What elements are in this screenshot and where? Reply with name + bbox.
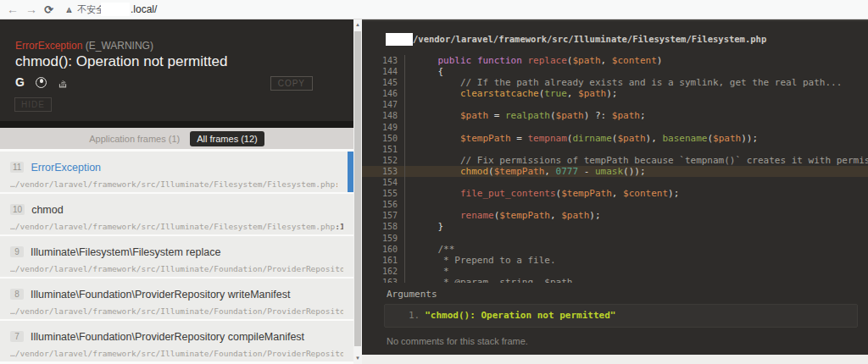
code-viewer: 143 public function replace($path, $cont… <box>362 55 868 283</box>
line-number: 160 <box>362 244 404 255</box>
code-line: 146 clearstatcache(true, $path); <box>362 88 868 99</box>
browser-toolbar: ← → ⟳ ▲! 不安全 .local/ <box>0 0 868 19</box>
stack-frame-11[interactable]: 11ErrorException…/vendor/laravel/framewo… <box>0 152 353 192</box>
stack-frames-list: 11ErrorException…/vendor/laravel/framewo… <box>0 149 353 361</box>
code-line: 147 <box>362 99 868 110</box>
path-redacted-box <box>386 33 413 46</box>
line-number: 161 <box>362 255 404 266</box>
duckduckgo-search-icon[interactable] <box>36 77 47 88</box>
line-number: 145 <box>362 77 404 88</box>
frame-title: Illuminate\Foundation\ProviderRepository… <box>31 331 304 343</box>
code-line: 160 /** <box>362 244 868 255</box>
no-comments-text: No comments for this stack frame. <box>387 336 528 346</box>
line-number: 155 <box>362 188 404 199</box>
scrollbar-up-icon[interactable]: ▲ <box>353 19 362 30</box>
frame-title: Illuminate\Foundation\ProviderRepository… <box>31 289 290 301</box>
line-number: 154 <box>362 177 404 188</box>
argument-index: 1. <box>409 310 420 321</box>
stack-frame-10[interactable]: 10chmod…/vendor/laravel/framework/src/Il… <box>0 194 353 234</box>
forward-icon[interactable]: → <box>25 1 37 19</box>
frame-title: chmod <box>31 204 64 216</box>
code-line: 161 * Prepend to a file. <box>362 255 868 266</box>
line-number: 143 <box>362 55 404 66</box>
line-number: 148 <box>362 110 404 121</box>
frame-path: …/vendor/laravel/framework/src/Illuminat… <box>10 179 337 189</box>
frame-title: ErrorException <box>31 162 101 174</box>
exception-message: chmod(): Operation not permitted <box>15 53 227 70</box>
line-number: 163 <box>362 277 404 283</box>
exception-header: ErrorException (E_WARNING) chmod(): Oper… <box>0 19 353 121</box>
not-secure-warning-icon[interactable]: ▲! <box>64 2 75 18</box>
exception-class-line: ErrorException (E_WARNING) <box>15 40 153 52</box>
code-line: 159 <box>362 233 868 244</box>
code-line: 150 $tempPath = tempnam(dirname($path), … <box>362 133 868 144</box>
line-number: 157 <box>362 210 404 221</box>
frame-title: Illuminate\Filesystem\Filesystem replace <box>31 246 220 258</box>
code-line-highlighted: 153 chmod($tempPath, 0777 - umask()); <box>362 166 868 177</box>
code-line: 152 // Fix permissions of tempPath becau… <box>362 155 868 166</box>
header-divider <box>0 121 353 128</box>
frame-path: …/vendor/laravel/framework/src/Illuminat… <box>10 264 343 273</box>
scrollbar-thumb[interactable] <box>354 31 361 346</box>
line-number: 162 <box>362 266 404 277</box>
copy-button[interactable]: COPY <box>270 76 313 91</box>
file-path: /vendor/laravel/framework/src/Illuminate… <box>413 33 766 46</box>
file-header: /vendor/laravel/framework/src/Illuminate… <box>386 33 766 46</box>
code-line: 163 * @param string $path <box>362 277 868 283</box>
frame-index-badge: 8 <box>10 289 24 300</box>
code-line: 144 { <box>362 66 868 77</box>
code-line: 149 <box>362 122 868 133</box>
url-redacted-box <box>101 3 130 16</box>
search-links: G <box>15 75 68 89</box>
stack-frame-8[interactable]: 8Illuminate\Foundation\ProviderRepositor… <box>0 279 353 319</box>
frame-index-badge: 10 <box>10 204 25 215</box>
frame-path: …/vendor/laravel/framework/src/Illuminat… <box>10 349 343 358</box>
line-number: 150 <box>362 133 404 144</box>
frame-path: …/vendor/laravel/framework/src/Illuminat… <box>10 306 343 316</box>
line-number: 153 <box>362 166 404 177</box>
line-number: 152 <box>362 155 404 166</box>
exception-left-panel: ErrorException (E_WARNING) chmod(): Oper… <box>0 19 353 364</box>
line-number: 147 <box>362 99 404 110</box>
code-line: 154 <box>362 177 868 188</box>
arguments-label: Arguments <box>387 289 437 300</box>
code-line: 156 <box>362 199 868 210</box>
code-line: 155 file_put_contents($tempPath, $conten… <box>362 188 868 199</box>
exception-severity: (E_WARNING) <box>86 40 153 52</box>
frames-tabs: Application frames (1) All frames (12) <box>0 128 353 149</box>
url-bar[interactable]: .local/ <box>131 0 157 19</box>
page-bottom-strip <box>362 355 868 364</box>
frame-index-badge: 7 <box>10 331 24 342</box>
code-line: 162 * <box>362 266 868 277</box>
stack-frame-9[interactable]: 9Illuminate\Filesystem\Filesystem replac… <box>0 236 353 277</box>
page-content: ErrorException (E_WARNING) chmod(): Oper… <box>0 19 868 364</box>
google-search-icon[interactable]: G <box>15 75 25 89</box>
left-panel-scrollbar[interactable]: ▲ ▼ <box>353 19 362 364</box>
stackoverflow-search-icon[interactable] <box>58 77 68 88</box>
frame-path: …/vendor/laravel/framework/src/Illuminat… <box>10 222 343 231</box>
line-number: 159 <box>362 233 404 244</box>
hide-button[interactable]: HIDE <box>14 97 52 112</box>
argument-value: "chmod(): Operation not permitted" <box>425 310 615 321</box>
code-line: 158 } <box>362 221 868 232</box>
arguments-list: 1."chmod(): Operation not permitted" <box>384 304 858 328</box>
code-line: 151 <box>362 144 868 155</box>
tab-application-frames[interactable]: Application frames (1) <box>89 134 180 144</box>
stack-frame-7[interactable]: 7Illuminate\Foundation\ProviderRepositor… <box>0 321 353 361</box>
line-number: 151 <box>362 144 404 155</box>
exception-class: ErrorException <box>15 40 82 52</box>
tab-all-frames[interactable]: All frames (12) <box>190 131 264 146</box>
frame-index-badge: 9 <box>10 246 24 257</box>
code-right-panel: /vendor/laravel/framework/src/Illuminate… <box>362 19 868 364</box>
code-line: 157 rename($tempPath, $path); <box>362 210 868 221</box>
code-line: 145 // If the path already exists and is… <box>362 77 868 88</box>
line-number: 146 <box>362 88 404 99</box>
scrollbar-down-icon[interactable]: ▼ <box>353 353 362 364</box>
back-icon[interactable]: ← <box>7 1 19 19</box>
line-number: 149 <box>362 122 404 133</box>
line-number: 144 <box>362 66 404 77</box>
code-line: 148 $path = realpath($path) ?: $path; <box>362 110 868 121</box>
refresh-icon[interactable]: ⟳ <box>44 1 53 19</box>
line-number: 158 <box>362 221 404 232</box>
frame-index-badge: 11 <box>10 162 24 173</box>
